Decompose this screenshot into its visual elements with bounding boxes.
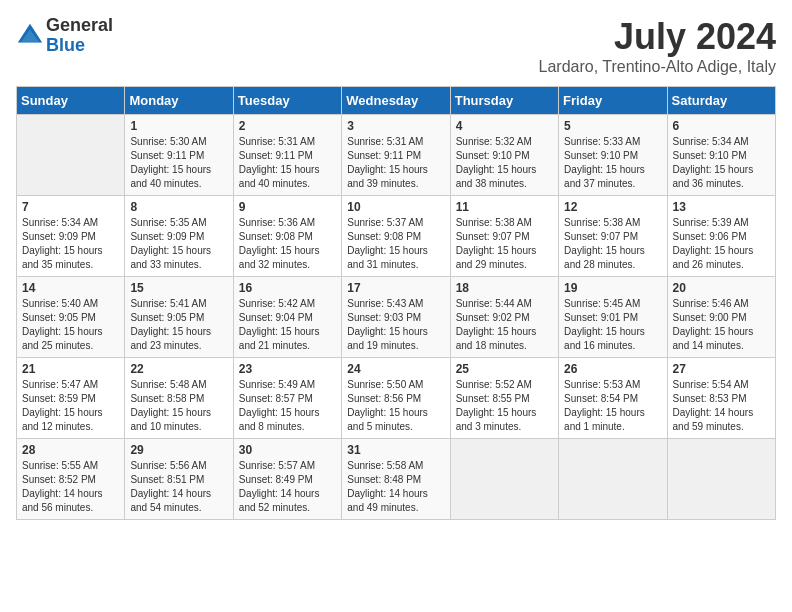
sunset: Sunset: 9:02 PM — [456, 312, 530, 323]
day-number: 19 — [564, 281, 661, 295]
calendar-cell: 26Sunrise: 5:53 AMSunset: 8:54 PMDayligh… — [559, 358, 667, 439]
day-info: Sunrise: 5:37 AMSunset: 9:08 PMDaylight:… — [347, 216, 444, 272]
day-number: 8 — [130, 200, 227, 214]
day-info: Sunrise: 5:56 AMSunset: 8:51 PMDaylight:… — [130, 459, 227, 515]
calendar-cell: 12Sunrise: 5:38 AMSunset: 9:07 PMDayligh… — [559, 196, 667, 277]
calendar-cell — [667, 439, 775, 520]
sunrise: Sunrise: 5:36 AM — [239, 217, 315, 228]
calendar-cell: 13Sunrise: 5:39 AMSunset: 9:06 PMDayligh… — [667, 196, 775, 277]
column-header-saturday: Saturday — [667, 87, 775, 115]
daylight: Daylight: 15 hours and 40 minutes. — [239, 164, 320, 189]
day-info: Sunrise: 5:49 AMSunset: 8:57 PMDaylight:… — [239, 378, 336, 434]
day-number: 13 — [673, 200, 770, 214]
sunrise: Sunrise: 5:53 AM — [564, 379, 640, 390]
sunset: Sunset: 9:10 PM — [456, 150, 530, 161]
column-header-thursday: Thursday — [450, 87, 558, 115]
daylight: Daylight: 15 hours and 28 minutes. — [564, 245, 645, 270]
daylight: Daylight: 15 hours and 36 minutes. — [673, 164, 754, 189]
column-header-tuesday: Tuesday — [233, 87, 341, 115]
sunset: Sunset: 9:11 PM — [239, 150, 313, 161]
day-info: Sunrise: 5:45 AMSunset: 9:01 PMDaylight:… — [564, 297, 661, 353]
calendar-cell: 23Sunrise: 5:49 AMSunset: 8:57 PMDayligh… — [233, 358, 341, 439]
calendar-cell: 1Sunrise: 5:30 AMSunset: 9:11 PMDaylight… — [125, 115, 233, 196]
calendar-cell: 10Sunrise: 5:37 AMSunset: 9:08 PMDayligh… — [342, 196, 450, 277]
day-number: 11 — [456, 200, 553, 214]
calendar-cell: 6Sunrise: 5:34 AMSunset: 9:10 PMDaylight… — [667, 115, 775, 196]
sunset: Sunset: 9:01 PM — [564, 312, 638, 323]
daylight: Daylight: 15 hours and 32 minutes. — [239, 245, 320, 270]
day-number: 14 — [22, 281, 119, 295]
calendar-cell: 31Sunrise: 5:58 AMSunset: 8:48 PMDayligh… — [342, 439, 450, 520]
calendar-cell — [559, 439, 667, 520]
sunrise: Sunrise: 5:40 AM — [22, 298, 98, 309]
week-row-4: 21Sunrise: 5:47 AMSunset: 8:59 PMDayligh… — [17, 358, 776, 439]
day-number: 24 — [347, 362, 444, 376]
daylight: Daylight: 15 hours and 16 minutes. — [564, 326, 645, 351]
calendar-cell: 18Sunrise: 5:44 AMSunset: 9:02 PMDayligh… — [450, 277, 558, 358]
sunrise: Sunrise: 5:56 AM — [130, 460, 206, 471]
daylight: Daylight: 15 hours and 25 minutes. — [22, 326, 103, 351]
calendar-cell: 29Sunrise: 5:56 AMSunset: 8:51 PMDayligh… — [125, 439, 233, 520]
calendar-cell: 5Sunrise: 5:33 AMSunset: 9:10 PMDaylight… — [559, 115, 667, 196]
calendar-table: SundayMondayTuesdayWednesdayThursdayFrid… — [16, 86, 776, 520]
daylight: Daylight: 14 hours and 54 minutes. — [130, 488, 211, 513]
week-row-5: 28Sunrise: 5:55 AMSunset: 8:52 PMDayligh… — [17, 439, 776, 520]
daylight: Daylight: 15 hours and 26 minutes. — [673, 245, 754, 270]
daylight: Daylight: 15 hours and 40 minutes. — [130, 164, 211, 189]
calendar-cell: 4Sunrise: 5:32 AMSunset: 9:10 PMDaylight… — [450, 115, 558, 196]
day-info: Sunrise: 5:35 AMSunset: 9:09 PMDaylight:… — [130, 216, 227, 272]
sunset: Sunset: 9:09 PM — [130, 231, 204, 242]
column-header-wednesday: Wednesday — [342, 87, 450, 115]
calendar-cell: 30Sunrise: 5:57 AMSunset: 8:49 PMDayligh… — [233, 439, 341, 520]
column-header-sunday: Sunday — [17, 87, 125, 115]
sunset: Sunset: 9:10 PM — [564, 150, 638, 161]
day-info: Sunrise: 5:48 AMSunset: 8:58 PMDaylight:… — [130, 378, 227, 434]
sunset: Sunset: 9:00 PM — [673, 312, 747, 323]
calendar-cell: 19Sunrise: 5:45 AMSunset: 9:01 PMDayligh… — [559, 277, 667, 358]
daylight: Daylight: 15 hours and 5 minutes. — [347, 407, 428, 432]
day-number: 2 — [239, 119, 336, 133]
day-info: Sunrise: 5:32 AMSunset: 9:10 PMDaylight:… — [456, 135, 553, 191]
calendar-cell: 14Sunrise: 5:40 AMSunset: 9:05 PMDayligh… — [17, 277, 125, 358]
logo: General Blue — [16, 16, 113, 56]
day-info: Sunrise: 5:52 AMSunset: 8:55 PMDaylight:… — [456, 378, 553, 434]
daylight: Daylight: 15 hours and 31 minutes. — [347, 245, 428, 270]
day-info: Sunrise: 5:41 AMSunset: 9:05 PMDaylight:… — [130, 297, 227, 353]
daylight: Daylight: 14 hours and 49 minutes. — [347, 488, 428, 513]
day-number: 31 — [347, 443, 444, 457]
day-number: 6 — [673, 119, 770, 133]
day-number: 5 — [564, 119, 661, 133]
day-number: 22 — [130, 362, 227, 376]
day-number: 7 — [22, 200, 119, 214]
day-number: 17 — [347, 281, 444, 295]
calendar-cell — [17, 115, 125, 196]
day-info: Sunrise: 5:33 AMSunset: 9:10 PMDaylight:… — [564, 135, 661, 191]
day-info: Sunrise: 5:39 AMSunset: 9:06 PMDaylight:… — [673, 216, 770, 272]
sunrise: Sunrise: 5:55 AM — [22, 460, 98, 471]
sunrise: Sunrise: 5:54 AM — [673, 379, 749, 390]
day-number: 18 — [456, 281, 553, 295]
day-number: 4 — [456, 119, 553, 133]
sunrise: Sunrise: 5:34 AM — [673, 136, 749, 147]
week-row-3: 14Sunrise: 5:40 AMSunset: 9:05 PMDayligh… — [17, 277, 776, 358]
calendar-cell: 21Sunrise: 5:47 AMSunset: 8:59 PMDayligh… — [17, 358, 125, 439]
day-number: 3 — [347, 119, 444, 133]
daylight: Daylight: 15 hours and 37 minutes. — [564, 164, 645, 189]
day-info: Sunrise: 5:43 AMSunset: 9:03 PMDaylight:… — [347, 297, 444, 353]
calendar-cell: 17Sunrise: 5:43 AMSunset: 9:03 PMDayligh… — [342, 277, 450, 358]
sunrise: Sunrise: 5:45 AM — [564, 298, 640, 309]
calendar-cell: 9Sunrise: 5:36 AMSunset: 9:08 PMDaylight… — [233, 196, 341, 277]
calendar-cell: 28Sunrise: 5:55 AMSunset: 8:52 PMDayligh… — [17, 439, 125, 520]
calendar-cell: 16Sunrise: 5:42 AMSunset: 9:04 PMDayligh… — [233, 277, 341, 358]
calendar-cell — [450, 439, 558, 520]
day-info: Sunrise: 5:38 AMSunset: 9:07 PMDaylight:… — [564, 216, 661, 272]
sunrise: Sunrise: 5:38 AM — [564, 217, 640, 228]
sunrise: Sunrise: 5:37 AM — [347, 217, 423, 228]
sunset: Sunset: 8:58 PM — [130, 393, 204, 404]
day-info: Sunrise: 5:50 AMSunset: 8:56 PMDaylight:… — [347, 378, 444, 434]
daylight: Daylight: 15 hours and 18 minutes. — [456, 326, 537, 351]
calendar-cell: 15Sunrise: 5:41 AMSunset: 9:05 PMDayligh… — [125, 277, 233, 358]
sunset: Sunset: 9:08 PM — [239, 231, 313, 242]
sunset: Sunset: 9:03 PM — [347, 312, 421, 323]
sunset: Sunset: 9:11 PM — [347, 150, 421, 161]
